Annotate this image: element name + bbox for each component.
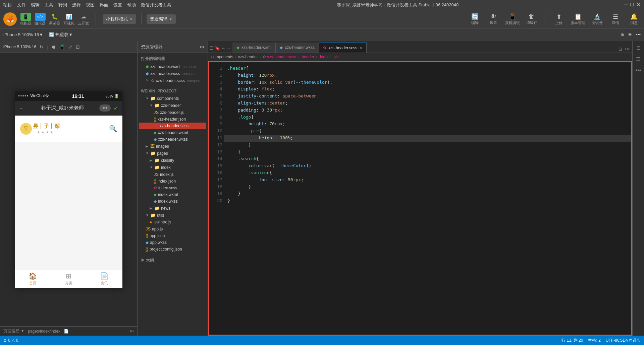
phone-tab-home[interactable]: 🏠 首页 xyxy=(15,270,51,288)
upload-button[interactable]: ⬆ 上传 xyxy=(552,13,566,25)
app-json[interactable]: {} app.json xyxy=(138,232,208,239)
index-scss[interactable]: ✿ index.scss xyxy=(138,185,208,191)
app-js[interactable]: JS app.js xyxy=(138,225,208,232)
tab-back-icon[interactable]: ← xyxy=(221,46,225,51)
scss-tab-close[interactable]: ✕ xyxy=(359,46,362,50)
xzs-header-wxml[interactable]: ◆ xzs-header.wxml xyxy=(138,129,208,136)
menu-item-select[interactable]: 选择 xyxy=(72,2,81,8)
components-folder[interactable]: ▼ 📁 components xyxy=(138,95,208,102)
test-button[interactable]: 🔬 测试号 xyxy=(590,13,604,25)
mode-dropdown[interactable]: 小程序模式 ▼ xyxy=(103,14,136,24)
menu-item-tool[interactable]: 工具 xyxy=(45,2,53,8)
tab-forward-icon[interactable]: → xyxy=(226,46,231,51)
bc-pic[interactable]: .pic xyxy=(332,55,339,59)
version-button[interactable]: 📋 版本管理 xyxy=(571,13,585,25)
menu-item-ui[interactable]: 界面 xyxy=(100,2,108,8)
tab-wxml[interactable]: ◆ xzs-header.wxml xyxy=(232,43,276,53)
message-button[interactable]: 🔔 消息 xyxy=(627,13,641,25)
tab-list-icon[interactable]: ☰ xyxy=(210,46,214,51)
index-folder[interactable]: ▼ 📁 index xyxy=(138,164,208,171)
xzs-header-folder[interactable]: ▼ 📁 xzs-header xyxy=(138,102,208,109)
menu-item-goto[interactable]: 转到 xyxy=(58,2,67,8)
eslintrc[interactable]: ● .eslintrc.js xyxy=(138,219,208,225)
right-icon-2[interactable]: ☰ xyxy=(634,54,642,64)
encoding-status[interactable]: UTF-8CSDN@进步 xyxy=(606,338,641,343)
more-editor-icon[interactable]: ••• xyxy=(625,47,630,52)
sim-more-icon[interactable]: ⊡ xyxy=(76,44,80,50)
detail-button[interactable]: ☰ 详情 xyxy=(609,13,622,25)
eye-icon[interactable]: 👁 xyxy=(628,32,632,37)
bc-xzs-header[interactable]: xzs-header xyxy=(238,55,258,59)
menu-item-settings[interactable]: 设置 xyxy=(113,2,122,8)
xzs-header-wxss[interactable]: ◆ xzs-header.wxss xyxy=(138,136,208,143)
preview-btn-label: 预览 xyxy=(490,20,497,25)
index-json[interactable]: {} index.json xyxy=(138,178,208,185)
tab-wxss[interactable]: ◆ xzs-header.wxss xyxy=(276,43,319,53)
sim-device-info[interactable]: iPhone 5 100% 16 xyxy=(3,45,36,49)
sim-phone-icon[interactable]: 📱 xyxy=(59,44,65,50)
phone-more-button[interactable]: ••• xyxy=(99,105,111,112)
compile-button[interactable]: 🔄 编译 xyxy=(468,13,482,25)
page-more-icon[interactable]: ••• xyxy=(129,329,134,334)
close-button[interactable]: ✕ xyxy=(636,2,641,8)
xzs-header-json[interactable]: {} xzs-header.json xyxy=(138,116,208,123)
maximize-button[interactable]: □ xyxy=(630,2,634,8)
menu-item-project[interactable]: 项目 xyxy=(3,2,12,8)
classify-folder[interactable]: ▶ 📁 classify xyxy=(138,157,208,164)
sim-record-icon[interactable]: ⏺ xyxy=(51,44,56,50)
tab-bookmark-icon[interactable]: 🔖 xyxy=(215,46,220,51)
pages-folder[interactable]: ▼ 📁 pages xyxy=(138,150,208,157)
menu-item-wechat[interactable]: 微信开发者工具 xyxy=(141,2,171,8)
xzs-header-js[interactable]: JS xzs-header.js xyxy=(138,109,208,116)
simulator-button[interactable]: 📱 模拟器 xyxy=(20,13,31,26)
app-wxss[interactable]: ◆ app.wxss xyxy=(138,239,208,246)
open-file-wxml[interactable]: ◆ xzs-header.wxml compon... xyxy=(138,63,208,70)
bc-scss-file[interactable]: ✿ xzs-header.scss xyxy=(263,55,296,59)
menu-item-view[interactable]: 视图 xyxy=(86,2,95,8)
debugger-button[interactable]: 🐛 调试器 xyxy=(49,13,60,26)
index-wxss[interactable]: ◆ index.wxss xyxy=(138,198,208,205)
open-file-wxss[interactable]: ◆ xzs-header.wxss compon... xyxy=(138,70,208,77)
hot-reload-button[interactable]: 🔄 热重载▼ xyxy=(49,32,73,38)
clean-button[interactable]: 🗑 清缓存 xyxy=(525,13,538,25)
add-component-icon[interactable]: ⊕ xyxy=(621,32,624,37)
close-scss-icon[interactable]: ✕ xyxy=(146,78,149,83)
right-icon-1[interactable]: ⊡ xyxy=(635,43,642,53)
visualize-button[interactable]: 📊 可视化 xyxy=(63,13,74,26)
errors-status[interactable]: ⊘ 0 △ 0 xyxy=(3,338,18,343)
more-options-icon[interactable]: ••• xyxy=(636,32,641,37)
code-content[interactable]: .header{ height: 120rpx; border: 1px sol… xyxy=(224,62,631,335)
compile-dropdown[interactable]: 普通编译 ▼ xyxy=(147,14,176,24)
row-col-status[interactable]: 行 11, 列 20 xyxy=(561,338,583,343)
menu-item-edit[interactable]: 编辑 xyxy=(31,2,40,8)
open-file-scss[interactable]: ✕ ✿ xzs-header.scss compon... xyxy=(138,77,208,84)
minimize-button[interactable]: ─ xyxy=(624,2,628,8)
project-config[interactable]: {} project.config.json xyxy=(138,246,208,253)
menu-item-file[interactable]: 文件 xyxy=(17,2,26,8)
xzs-header-scss[interactable]: ✿ xzs-header.scss xyxy=(139,123,206,129)
menu-item-help[interactable]: 帮助 xyxy=(127,2,136,8)
sim-refresh-icon[interactable]: ↻ xyxy=(40,44,44,50)
bc-logo[interactable]: .logo xyxy=(319,55,328,59)
index-wxml[interactable]: ◆ index.wxml xyxy=(138,191,208,198)
bc-components[interactable]: components xyxy=(211,55,233,59)
images-folder[interactable]: ▶ 🖼 images xyxy=(138,143,208,150)
news-folder[interactable]: ▶ 📁 news xyxy=(138,205,208,212)
real-debug-button[interactable]: 📱 真机调试 xyxy=(505,13,520,25)
phone-tab-classify[interactable]: ⊞ 分类 xyxy=(51,270,87,288)
spaces-status[interactable]: 空格: 2 xyxy=(588,338,600,343)
phone-search-icon[interactable]: 🔍 xyxy=(109,125,117,133)
editor-button[interactable]: </> 编辑器 xyxy=(35,13,46,26)
phone-tab-news[interactable]: 📄 资讯 xyxy=(87,270,122,288)
split-editor-icon[interactable]: ⊡ xyxy=(619,47,622,52)
tab-scss[interactable]: ✿ xzs-header.scss ✕ xyxy=(319,43,367,53)
bc-header[interactable]: .header xyxy=(301,55,314,59)
sim-expand-icon[interactable]: ⤢ xyxy=(68,44,72,50)
right-icon-3[interactable]: ••• xyxy=(634,66,643,75)
index-js[interactable]: JS index.js xyxy=(138,171,208,178)
cloud-button[interactable]: ☁ 云开发 xyxy=(78,13,89,26)
utils-folder[interactable]: ▼ 📁 utils xyxy=(138,212,208,219)
filetree-more-icon[interactable]: ••• xyxy=(200,45,204,50)
preview-button[interactable]: 👁 预览 xyxy=(487,13,500,25)
device-selector[interactable]: iPhone 5 100% 16▼ xyxy=(3,32,43,37)
